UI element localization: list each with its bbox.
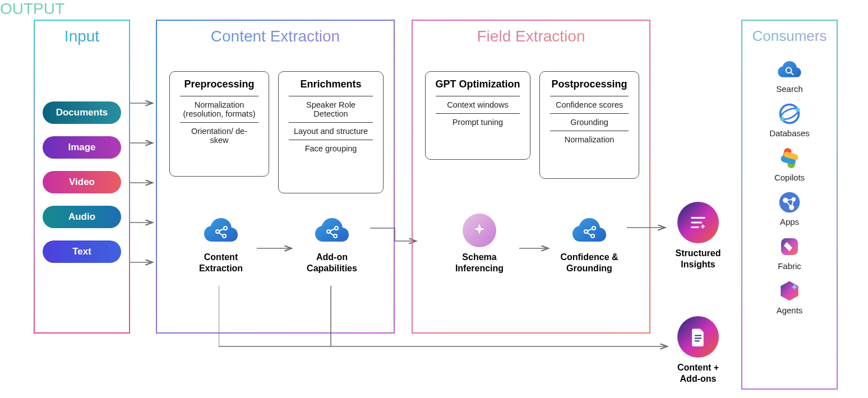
field-title: Field Extraction <box>413 21 649 50</box>
arrow <box>257 245 296 252</box>
structured-insights-node: Structured Insights <box>667 202 729 270</box>
document-icon <box>677 316 719 358</box>
pill-text: Text <box>43 240 121 263</box>
content-extraction-node: Content Extraction <box>187 214 255 274</box>
svg-point-35 <box>779 192 800 213</box>
bottom-arrow <box>219 286 673 353</box>
node-label: Add-on Capabilities <box>298 252 366 274</box>
input-arrows <box>130 90 156 280</box>
enrich-item: Speaker Role Detection <box>289 96 373 122</box>
consumer-label: Search <box>742 84 837 94</box>
preproc-item: Orientation/ de-skew <box>180 122 258 149</box>
svg-marker-43 <box>781 281 798 301</box>
enrichments-box: Enrichments Speaker Role Detection Layou… <box>278 71 384 193</box>
consumer-search: Search <box>742 57 837 94</box>
output-title: OUTPUT <box>0 0 868 18</box>
consumer-label: Copilots <box>742 173 837 182</box>
pill-documents: Documents <box>43 101 121 124</box>
node-label: Confidence & Grounding <box>553 252 626 274</box>
consumer-apps: Apps <box>742 190 837 226</box>
post-item: Normalization <box>550 131 629 148</box>
post-item: Grounding <box>550 113 629 131</box>
enrichments-title: Enrichments <box>284 78 377 90</box>
pill-image: Image <box>43 136 121 159</box>
copilot-icon <box>777 146 802 170</box>
consumers-panel: Consumers Search Databases Copilots Apps… <box>741 20 838 390</box>
consumer-label: Apps <box>742 217 837 226</box>
gpt-title: GPT Optimization <box>431 78 524 90</box>
enrich-item: Face grouping <box>289 140 373 157</box>
node-label: Structured Insights <box>667 248 729 270</box>
node-label: Content + Add-ons <box>667 362 729 385</box>
consumer-databases: Databases <box>742 101 837 138</box>
agents-icon <box>777 279 802 303</box>
post-item: Confidence scores <box>550 96 629 113</box>
preprocessing-box: Preprocessing Normalization (resolution,… <box>169 71 269 177</box>
input-title: Input <box>35 21 129 50</box>
insights-icon <box>677 202 719 243</box>
spark-icon <box>463 214 496 247</box>
content-title: Content Extraction <box>157 21 394 50</box>
confidence-grounding-node: Confidence & Grounding <box>553 214 626 274</box>
arrow <box>519 245 553 252</box>
consumer-agents: Agents <box>742 279 837 315</box>
search-cloud-icon <box>777 57 802 82</box>
svg-point-34 <box>796 108 800 112</box>
content-addons-node: Content + Add-ons <box>667 316 729 385</box>
node-label: Content Extraction <box>187 252 255 274</box>
gpt-item: Context windows <box>436 96 520 113</box>
pill-video: Video <box>43 171 121 193</box>
consumer-label: Databases <box>742 128 837 138</box>
consumer-label: Fabric <box>742 261 837 271</box>
apps-icon <box>777 190 802 215</box>
schema-inferencing-node: Schema Inferencing <box>443 214 516 274</box>
cloud-icon <box>314 217 350 244</box>
preprocessing-title: Preprocessing <box>176 78 263 90</box>
arrow <box>627 224 670 231</box>
svg-point-33 <box>781 117 784 121</box>
consumer-copilots: Copilots <box>742 146 837 182</box>
node-label: Schema Inferencing <box>443 252 516 274</box>
pill-audio: Audio <box>43 206 121 228</box>
enrich-item: Layout and structure <box>289 122 373 140</box>
cloud-icon <box>571 217 607 244</box>
fabric-icon <box>777 234 802 259</box>
cloud-icon <box>203 217 239 244</box>
post-title: Postprocessing <box>546 78 633 90</box>
gpt-box: GPT Optimization Context windows Prompt … <box>425 71 530 160</box>
post-box: Postprocessing Confidence scores Groundi… <box>539 71 639 179</box>
consumers-title: Consumers <box>742 21 837 49</box>
gpt-item: Prompt tuning <box>436 113 520 131</box>
databases-icon <box>777 101 802 126</box>
preproc-item: Normalization (resolution, formats) <box>180 96 258 122</box>
input-panel: Input Documents Image Video Audio Text <box>34 20 130 334</box>
consumer-fabric: Fabric <box>742 234 837 271</box>
addon-capabilities-node: Add-on Capabilities <box>298 214 366 274</box>
consumer-label: Agents <box>742 306 837 315</box>
